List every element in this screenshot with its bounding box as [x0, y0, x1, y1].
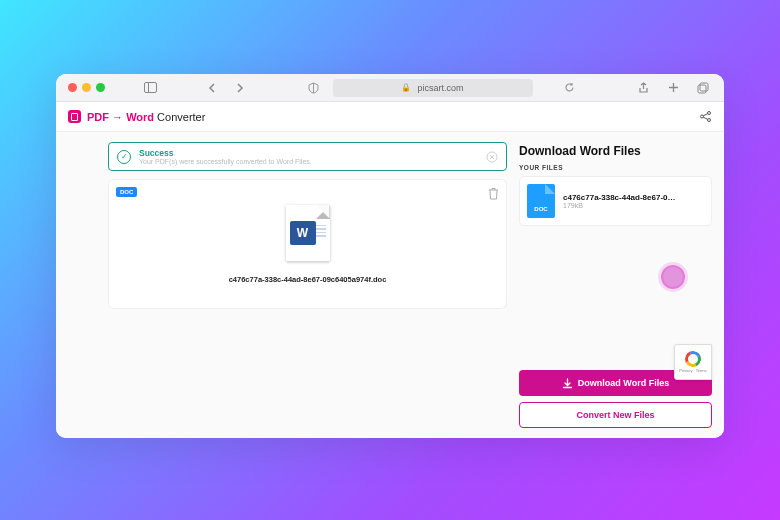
- svg-point-9: [708, 119, 711, 122]
- word-w-mark: W: [290, 221, 316, 245]
- recaptcha-icon: [683, 349, 704, 370]
- sidebar-toggle-icon[interactable]: [141, 79, 159, 97]
- recaptcha-terms: Privacy · Terms: [679, 368, 706, 373]
- browser-window: 🔒 picsart.com PDF → Word Converter ✓: [56, 74, 724, 438]
- url-bar[interactable]: 🔒 picsart.com: [333, 79, 533, 97]
- shield-icon[interactable]: [305, 79, 323, 97]
- dismiss-banner-icon[interactable]: [486, 151, 498, 163]
- window-controls[interactable]: [68, 83, 105, 92]
- forward-button-icon[interactable]: [231, 79, 249, 97]
- recaptcha-badge[interactable]: Privacy · Terms: [674, 344, 712, 380]
- your-files-label: YOUR FILES: [519, 164, 712, 171]
- share-icon[interactable]: [634, 79, 652, 97]
- close-window-icon[interactable]: [68, 83, 77, 92]
- download-icon: [562, 378, 573, 389]
- svg-line-10: [703, 114, 707, 116]
- back-button-icon[interactable]: [203, 79, 221, 97]
- browser-toolbar: 🔒 picsart.com: [56, 74, 724, 102]
- app-logo-icon: [68, 110, 81, 123]
- refresh-icon[interactable]: [561, 79, 579, 97]
- download-button-label: Download Word Files: [578, 378, 669, 388]
- preview-filename: c476c77a-338c-44ad-8e67-09c6405a974f.doc: [229, 275, 387, 284]
- word-file-icon: W: [286, 205, 330, 261]
- minimize-window-icon[interactable]: [82, 83, 91, 92]
- download-heading: Download Word Files: [519, 142, 712, 158]
- lock-icon: 🔒: [401, 83, 411, 92]
- page-share-icon[interactable]: [699, 110, 712, 123]
- svg-rect-6: [700, 83, 708, 91]
- url-host: picsart.com: [417, 83, 463, 93]
- maximize-window-icon[interactable]: [96, 83, 105, 92]
- svg-point-7: [701, 115, 704, 118]
- tabs-overview-icon[interactable]: [694, 79, 712, 97]
- success-subtitle: Your PDF(s) were successfully converted …: [139, 158, 478, 165]
- success-title: Success: [139, 148, 478, 158]
- success-check-icon: ✓: [117, 150, 131, 164]
- new-tab-icon[interactable]: [664, 79, 682, 97]
- annotation-cursor: [661, 265, 685, 289]
- svg-rect-0: [144, 83, 156, 93]
- success-banner: ✓ Success Your PDF(s) were successfully …: [108, 142, 507, 171]
- download-file-name: c476c77a-338c-44ad-8e67-0…: [563, 193, 704, 202]
- delete-file-icon[interactable]: [488, 187, 499, 200]
- svg-line-11: [703, 117, 707, 119]
- doc-file-icon: DOC: [527, 184, 555, 218]
- convert-new-files-button[interactable]: Convert New Files: [519, 402, 712, 428]
- convert-button-label: Convert New Files: [576, 410, 654, 420]
- app-header: PDF → Word Converter: [56, 102, 724, 132]
- download-file-size: 179kB: [563, 202, 704, 209]
- svg-rect-5: [698, 85, 706, 93]
- page-title: PDF → Word Converter: [87, 111, 205, 123]
- file-preview-card: DOC W c476c77a-338c-44ad-8e67-09c6405a97…: [108, 179, 507, 309]
- svg-point-8: [708, 112, 711, 115]
- download-file-row[interactable]: DOC c476c77a-338c-44ad-8e67-0… 179kB: [519, 176, 712, 226]
- file-type-badge: DOC: [116, 187, 137, 197]
